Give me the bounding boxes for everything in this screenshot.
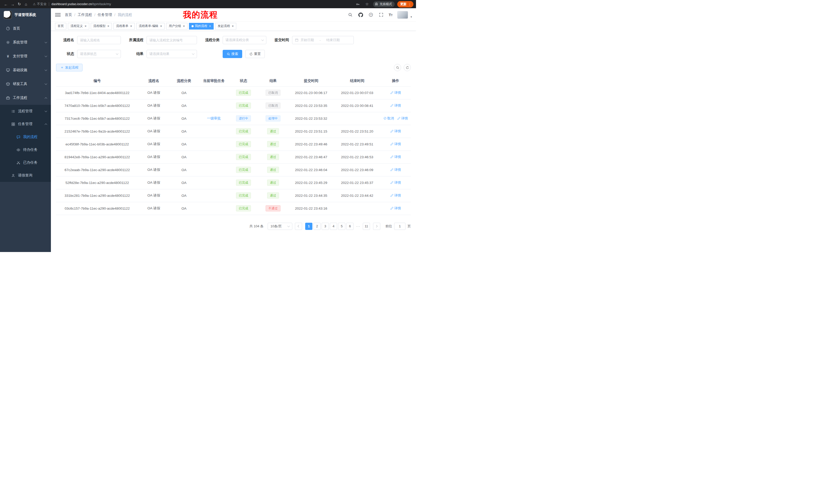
tab-close-icon[interactable]: ×	[130, 24, 132, 28]
status-select[interactable]: 请选择状态	[77, 50, 121, 58]
page-button-5[interactable]: 5	[338, 223, 345, 230]
start-date-placeholder[interactable]: 开始日期	[301, 38, 314, 43]
tab-close-icon[interactable]: ×	[209, 24, 211, 28]
tab-流程定义[interactable]: 流程定义×	[68, 23, 89, 30]
page-button-3[interactable]: 3	[322, 223, 329, 230]
detail-action-link[interactable]: 详情	[390, 180, 401, 185]
browser-actions: ☆ 无痕模式 更新 ⋮	[355, 1, 414, 7]
page-size-select[interactable]: 10条/页	[268, 223, 292, 230]
sidebar-item-task-management[interactable]: 任务管理	[0, 118, 51, 131]
pagination-total: 共 104 条	[250, 224, 263, 229]
detail-action-link[interactable]: 详情	[390, 103, 401, 108]
tab-流程模型[interactable]: 流程模型×	[91, 23, 112, 30]
reload-icon[interactable]: ↻	[16, 1, 23, 7]
tab-close-icon[interactable]: ×	[160, 24, 162, 28]
font-size-icon[interactable]: TT	[389, 12, 393, 17]
back-icon[interactable]: ←	[3, 1, 9, 7]
page-button-6[interactable]: 6	[346, 223, 354, 230]
browser-menu-icon[interactable]: ⋮	[408, 2, 412, 6]
update-button[interactable]: 更新 ⋮	[397, 1, 414, 7]
cell-process-id: 7470a810-7b9b-11ec-b5b7-acde48001122	[56, 99, 138, 112]
tab-流程表单-编辑[interactable]: 流程表单-编辑×	[136, 23, 165, 30]
page-button-11[interactable]: 11	[363, 223, 370, 230]
cancel-action-link[interactable]: 取消	[383, 116, 394, 121]
sidebar-item-my-processes[interactable]: 我的流程	[0, 131, 51, 143]
process-name-input[interactable]	[77, 36, 121, 44]
chevron-down-icon	[45, 82, 47, 85]
detail-action-link[interactable]: 详情	[390, 206, 401, 211]
detail-action-link[interactable]: 详情	[390, 90, 401, 95]
github-icon[interactable]	[358, 12, 364, 18]
result-select[interactable]: 请选择流结果	[147, 50, 197, 58]
result-badge: 通过	[267, 154, 279, 160]
tab-close-icon[interactable]: ×	[107, 24, 109, 28]
tab-发起流程[interactable]: 发起流程×	[215, 23, 237, 30]
help-icon[interactable]: ?	[368, 12, 374, 18]
breadcrumb-item[interactable]: 工作流程	[78, 12, 92, 17]
end-date-placeholder[interactable]: 结束日期	[326, 38, 340, 43]
forward-icon[interactable]: →	[9, 1, 16, 7]
sidebar-item-payment[interactable]: ¥ 支付管理	[0, 49, 51, 63]
detail-action-link[interactable]: 详情	[390, 129, 401, 134]
search-icon[interactable]	[347, 12, 353, 18]
breadcrumb-item[interactable]: 首页	[65, 12, 72, 17]
page-button-4[interactable]: 4	[330, 223, 337, 230]
tab-close-icon[interactable]: ×	[183, 24, 185, 28]
search-button[interactable]: 搜索	[223, 50, 242, 58]
search-toggle-button[interactable]	[394, 64, 401, 71]
page-button-1[interactable]: 1	[305, 223, 312, 230]
sidebar-item-workflow[interactable]: 工作流程	[0, 91, 51, 105]
tab-label: 流程模型	[93, 24, 106, 28]
sidebar-item-devtools[interactable]: 研发工具	[0, 77, 51, 91]
detail-action-link[interactable]: 详情	[390, 167, 401, 172]
address-bar[interactable]: ⚠ 不安全 dashboard.yudao.iocoder.cn/bpm/tas…	[33, 1, 355, 7]
user-avatar[interactable]	[397, 11, 408, 19]
app-logo	[4, 11, 12, 19]
submit-time-range-picker[interactable]: 开始日期 - 结束日期	[292, 36, 354, 44]
prev-page-button[interactable]	[295, 223, 302, 230]
goto-page-input[interactable]	[394, 223, 406, 230]
create-process-button[interactable]: ＋ 发起流程	[56, 64, 82, 72]
cell-end-time: 2022-01-23 00:07:03	[334, 86, 380, 99]
browser-home-icon[interactable]: ⌂	[23, 1, 29, 7]
sidebar-item-process-management[interactable]: 流程管理	[0, 105, 51, 118]
cell-process-name: OA 请假	[138, 99, 169, 112]
detail-action-link[interactable]: 详情	[397, 116, 408, 121]
category-select[interactable]: 请选择流程分类	[223, 36, 266, 44]
sidebar-toggle-icon[interactable]	[55, 13, 61, 17]
refresh-table-button[interactable]	[404, 64, 411, 71]
sidebar-item-system[interactable]: 系统管理	[0, 35, 51, 49]
detail-action-link[interactable]: 详情	[390, 142, 401, 146]
tab-close-icon[interactable]: ×	[85, 24, 87, 28]
avatar-caret-icon[interactable]: ▾	[411, 16, 412, 19]
process-def-input[interactable]	[147, 36, 197, 44]
status-badge: 已完成	[236, 128, 251, 134]
reset-button[interactable]: 重置	[245, 50, 265, 58]
sidebar-item-infrastructure[interactable]: 基础设施	[0, 63, 51, 77]
detail-action-link[interactable]: 详情	[390, 193, 401, 198]
tab-流程表单[interactable]: 流程表单×	[113, 23, 135, 30]
filter-row-1: 流程名 所属流程 流程分类 请选择流程分类 提交时间 开始日期	[56, 36, 411, 44]
sidebar-item-todo-tasks[interactable]: 待办任务	[0, 143, 51, 156]
gear-icon	[6, 40, 10, 45]
app-logo-row[interactable]: 芋道管理系统	[0, 8, 51, 22]
page-button-2[interactable]: 2	[313, 223, 321, 230]
page-ellipsis[interactable]: ···	[355, 223, 362, 230]
key-icon[interactable]	[355, 1, 361, 7]
tab-用户分组[interactable]: 用户分组×	[166, 23, 187, 30]
detail-action-link[interactable]: 详情	[390, 155, 401, 159]
sidebar-item-leave-query[interactable]: 请假查询	[0, 169, 51, 182]
current-task-link[interactable]: 一级审批	[207, 116, 221, 120]
fullscreen-icon[interactable]	[379, 12, 384, 18]
table-row: 7317cec6-7b9b-11ec-b5b7-acde48001122OA 请…	[56, 112, 411, 125]
sidebar-item-home[interactable]: 首页	[0, 22, 51, 35]
tab-close-icon[interactable]: ×	[232, 24, 234, 28]
tab-首页[interactable]: 首页	[55, 23, 66, 30]
sidebar-item-done-tasks[interactable]: 已办任务	[0, 156, 51, 169]
bookmark-star-icon[interactable]: ☆	[364, 1, 370, 7]
cell-submit-time: 2022-01-22 23:49:46	[288, 138, 334, 150]
next-page-button[interactable]	[373, 223, 380, 230]
tab-我的流程[interactable]: 我的流程×	[189, 23, 214, 30]
breadcrumb-item[interactable]: 任务管理	[98, 12, 112, 17]
detail-action-label: 详情	[394, 103, 401, 108]
